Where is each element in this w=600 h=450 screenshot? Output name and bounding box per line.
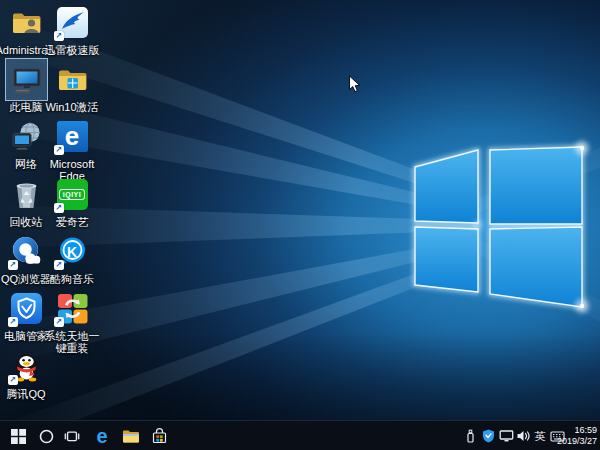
cortana-circle-icon	[39, 429, 54, 444]
shortcut-arrow-icon: ↗	[8, 375, 18, 385]
desktop-icon-system-reinstall[interactable]: ↗ 系统天地一键重装	[40, 292, 104, 354]
usb-device-icon[interactable]	[462, 421, 479, 450]
taskbar-clock[interactable]: 16:59 2019/3/27	[545, 421, 597, 450]
windows-desktop: Administra... ↗ 迅雷极速版	[0, 0, 600, 450]
microsoft-store-button[interactable]	[146, 421, 172, 450]
icon-label: 酷狗音乐	[40, 273, 104, 285]
shortcut-arrow-icon: ↗	[54, 260, 64, 270]
usb-icon	[464, 429, 477, 444]
icon-label: Win10激活	[40, 101, 104, 113]
shield-icon	[482, 429, 495, 443]
windows-logo-icon	[11, 429, 26, 444]
recycle-bin-icon	[10, 178, 43, 211]
file-explorer-button[interactable]	[118, 421, 144, 450]
volume-icon[interactable]	[515, 421, 532, 450]
mouse-cursor	[348, 75, 361, 93]
shortcut-arrow-icon: ↗	[8, 260, 18, 270]
iqiyi-wordmark-text: iQIYI	[59, 189, 85, 200]
shortcut-arrow-icon: ↗	[54, 145, 64, 155]
security-shield-icon[interactable]	[480, 421, 497, 450]
desktop-icon-kugou-music[interactable]: K ↗ 酷狗音乐	[40, 235, 104, 285]
clock-time: 16:59	[545, 425, 597, 436]
taskbar-edge-button[interactable]: e	[88, 421, 116, 450]
desktop-icon-thunder[interactable]: ↗ 迅雷极速版	[40, 6, 104, 56]
taskbar: e	[0, 420, 600, 450]
network-display-icon	[499, 429, 514, 443]
cortana-search-button[interactable]	[34, 421, 58, 450]
shortcut-arrow-icon: ↗	[54, 317, 64, 327]
ime-language-text: 英	[535, 429, 546, 444]
store-bag-icon	[151, 428, 168, 445]
desktop-icon-iqiyi[interactable]: iQIYI ↗ 爱奇艺	[40, 178, 104, 228]
shortcut-arrow-icon: ↗	[54, 31, 64, 41]
folder-windows-icon	[56, 63, 89, 96]
network-globe-icon	[10, 120, 43, 153]
computer-icon	[10, 63, 43, 96]
start-button[interactable]	[4, 421, 32, 450]
icon-label: 迅雷极速版	[40, 44, 104, 56]
edge-icon: e	[96, 426, 107, 446]
desktop-icon-microsoft-edge[interactable]: e ↗ Microsoft Edge	[40, 120, 104, 182]
shortcut-arrow-icon: ↗	[54, 203, 64, 213]
folder-icon	[122, 429, 140, 444]
shortcut-arrow-icon: ↗	[8, 317, 18, 327]
task-view-icon	[64, 429, 80, 444]
desktop-icon-win10-activation[interactable]: Win10激活	[40, 63, 104, 113]
desktop-icon-tencent-qq[interactable]: ↗ 腾讯QQ	[0, 350, 58, 400]
selection-highlight	[10, 63, 43, 96]
windows-hero-logo	[398, 128, 598, 318]
icon-label: 爱奇艺	[40, 216, 104, 228]
task-view-button[interactable]	[60, 421, 84, 450]
icon-label: 腾讯QQ	[0, 388, 58, 400]
speaker-icon	[516, 429, 531, 443]
network-status-icon[interactable]	[498, 421, 515, 450]
clock-date: 2019/3/27	[545, 436, 597, 447]
user-folder-icon	[10, 6, 43, 39]
